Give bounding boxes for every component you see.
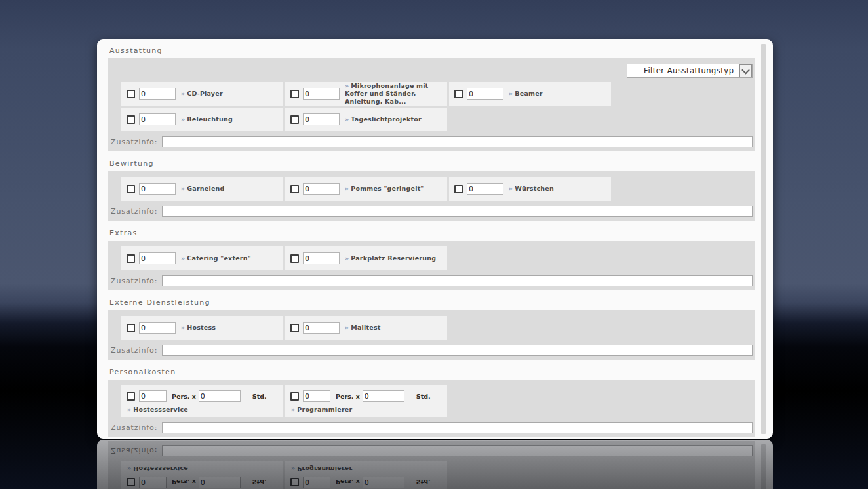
item-checkbox-w-rstchen[interactable] — [454, 185, 463, 193]
section-block: »Garnelend»Pommes "geringelt"»WürstchenZ… — [108, 171, 755, 221]
item-tile: »Catering "extern" — [121, 246, 283, 270]
item-grid: Pers. xStd.»HostessservicePers. xStd.»Pr… — [121, 385, 753, 417]
filter-row: --- Filter Ausstattungstyp --- — [111, 64, 753, 78]
qty-input-hostess[interactable] — [139, 322, 176, 334]
person-hours-line: Pers. xStd. — [121, 390, 283, 402]
double-chevron-icon: » — [345, 324, 349, 331]
item-label: »Garnelend — [181, 185, 225, 193]
zusatzinfo-input-ausstattung[interactable] — [162, 136, 753, 147]
persons-unit-label: Pers. x — [172, 393, 196, 400]
item-label-text: Mikrophonanlage mit Koffer und Ständer, … — [345, 82, 428, 105]
zusatzinfo-label: Zusatzinfo: — [111, 277, 162, 285]
qty-input-parkplatz-reservierung[interactable] — [303, 252, 340, 264]
qty-input-catering-extern[interactable] — [139, 252, 176, 264]
filter-ausstattungstyp-select[interactable]: --- Filter Ausstattungstyp --- — [627, 64, 753, 78]
double-chevron-icon: » — [345, 82, 349, 89]
chevron-down-icon — [739, 64, 752, 77]
item-label: »Mikrophonanlage mit Koffer und Ständer,… — [345, 82, 447, 106]
zusatzinfo-input-externe-dienstleistung[interactable] — [162, 345, 753, 356]
section-title: Personalkosten — [109, 368, 755, 376]
hours-input-hostessservice[interactable] — [199, 390, 241, 402]
item-tile: »Pommes "geringelt" — [285, 177, 447, 201]
item-checkbox-garnelend[interactable] — [127, 185, 135, 193]
item-checkbox-cd-player[interactable] — [127, 90, 135, 98]
item-grid: »Catering "extern"»Parkplatz Reservierun… — [121, 246, 753, 270]
qty-input-beleuchtung[interactable] — [139, 113, 176, 125]
zusatzinfo-row: Zusatzinfo: — [111, 345, 753, 356]
zusatzinfo-input-personalkosten[interactable] — [162, 422, 753, 433]
double-chevron-icon: » — [181, 90, 185, 97]
zusatzinfo-input-extras[interactable] — [162, 275, 753, 286]
item-tile: »Mikrophonanlage mit Koffer und Ständer,… — [285, 82, 447, 106]
item-checkbox-hostessservice[interactable] — [127, 392, 135, 401]
item-label-text: Parkplatz Reservierung — [351, 254, 436, 262]
item-grid: »Hostess»Mailtest — [121, 316, 753, 340]
item-label: »Hostessservice — [121, 406, 240, 414]
item-label: »Catering "extern" — [181, 254, 251, 262]
item-tile: »Beleuchtung — [121, 108, 283, 131]
qty-input-pommes-geringelt[interactable] — [303, 183, 340, 195]
qty-input-beamer[interactable] — [467, 88, 503, 100]
item-checkbox-mailtest[interactable] — [290, 324, 299, 332]
persons-input-programmierer[interactable] — [303, 390, 330, 402]
persons-unit-label: Pers. x — [336, 393, 360, 400]
item-checkbox-mikrophonanlage-mit-koffer-und-st-nder-a[interactable] — [290, 90, 299, 98]
item-grid: »Garnelend»Pommes "geringelt"»Würstchen — [121, 177, 753, 201]
qty-input-garnelend[interactable] — [139, 183, 176, 195]
double-chevron-icon: » — [181, 115, 185, 123]
double-chevron-icon: » — [181, 324, 185, 331]
item-checkbox-programmierer[interactable] — [290, 392, 299, 401]
qty-input-cd-player[interactable] — [139, 88, 176, 100]
item-label: »Hostess — [181, 324, 216, 332]
scrollbar-track[interactable] — [761, 44, 766, 434]
section-title: Externe Dienstleistung — [109, 298, 755, 307]
section-ausstattung: Ausstattung--- Filter Ausstattungstyp --… — [108, 47, 755, 151]
zusatzinfo-label: Zusatzinfo: — [111, 138, 162, 146]
form-panel: Ausstattung--- Filter Ausstattungstyp --… — [97, 39, 773, 439]
qty-input-tageslichtprojektor[interactable] — [303, 113, 340, 125]
item-checkbox-beleuchtung[interactable] — [127, 115, 135, 124]
item-label: »CD-Player — [181, 90, 223, 98]
zusatzinfo-input-bewirtung[interactable] — [162, 206, 753, 217]
item-checkbox-tageslichtprojektor[interactable] — [290, 115, 299, 124]
double-chevron-icon: » — [291, 406, 295, 413]
qty-input-mailtest[interactable] — [303, 322, 340, 334]
item-label: »Programmierer — [285, 406, 404, 414]
item-label: »Würstchen — [509, 185, 554, 193]
hours-unit-label: Std. — [252, 393, 267, 400]
qty-input-w-rstchen[interactable] — [467, 183, 503, 195]
item-checkbox-parkplatz-reservierung[interactable] — [290, 254, 299, 263]
zusatzinfo-row: Zusatzinfo: — [111, 422, 753, 433]
item-label-text: Hostess — [187, 324, 216, 331]
item-tile: »Mailtest — [285, 316, 447, 340]
double-chevron-icon: » — [509, 185, 513, 192]
item-label-text: CD-Player — [187, 90, 222, 97]
item-label-text: Beleuchtung — [187, 115, 233, 123]
section-bewirtung: Bewirtung»Garnelend»Pommes "geringelt"»W… — [108, 159, 755, 221]
item-checkbox-beamer[interactable] — [454, 90, 463, 98]
item-checkbox-pommes-geringelt[interactable] — [290, 185, 299, 193]
section-personalkosten: PersonalkostenPers. xStd.»Hostessservice… — [108, 368, 755, 437]
item-label-text: Tageslichtprojektor — [351, 115, 422, 123]
double-chevron-icon: » — [181, 254, 185, 262]
qty-input-mikrophonanlage-mit-koffer-und-st-nder-a[interactable] — [303, 88, 340, 100]
double-chevron-icon: » — [127, 406, 131, 413]
item-label: »Mailtest — [345, 324, 381, 332]
zusatzinfo-row: Zusatzinfo: — [111, 275, 753, 286]
item-grid: »CD-Player»Mikrophonanlage mit Koffer un… — [121, 82, 753, 131]
item-label-text: Beamer — [515, 90, 542, 97]
zusatzinfo-row: Zusatzinfo: — [111, 136, 753, 147]
item-checkbox-hostess[interactable] — [127, 324, 135, 332]
item-label-text: Garnelend — [187, 185, 224, 192]
item-tile: »Parkplatz Reservierung — [285, 246, 447, 270]
item-checkbox-catering-extern[interactable] — [127, 254, 135, 263]
persons-input-hostessservice[interactable] — [139, 390, 167, 402]
desktop-background: Ausstattung--- Filter Ausstattungstyp --… — [0, 0, 868, 489]
hours-input-programmierer[interactable] — [363, 390, 404, 402]
filter-select-value: --- Filter Ausstattungstyp --- — [627, 66, 739, 75]
double-chevron-icon: » — [181, 185, 185, 192]
zusatzinfo-label: Zusatzinfo: — [111, 346, 162, 355]
hours-unit-label: Std. — [416, 393, 431, 400]
item-label: »Tageslichtprojektor — [345, 115, 422, 123]
item-tile: »Würstchen — [449, 177, 611, 201]
